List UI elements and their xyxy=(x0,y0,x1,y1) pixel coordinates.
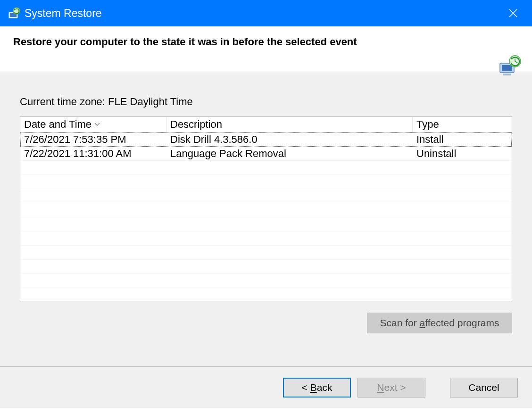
timezone-label: Current time zone: FLE Daylight Time xyxy=(20,96,512,108)
system-restore-icon xyxy=(7,6,21,20)
table-row-empty xyxy=(20,161,512,175)
scan-label-suffix: ffected programs xyxy=(425,317,499,328)
page-heading: Restore your computer to the state it wa… xyxy=(13,36,519,48)
table-row-empty xyxy=(20,274,512,288)
table-row-empty xyxy=(20,288,512,301)
system-restore-large-icon xyxy=(498,55,522,79)
close-button[interactable] xyxy=(501,0,525,26)
cell-date: 7/22/2021 11:31:00 AM xyxy=(20,148,166,160)
table-body: 7/26/2021 7:53:35 PMDisk Drill 4.3.586.0… xyxy=(20,132,512,301)
column-header-type[interactable]: Type xyxy=(413,117,512,132)
table-row-empty xyxy=(20,189,512,203)
cancel-button[interactable]: Cancel xyxy=(450,378,518,397)
wizard-header: Restore your computer to the state it wa… xyxy=(0,26,532,72)
table-row-empty xyxy=(20,175,512,189)
table-row-empty xyxy=(20,217,512,232)
cell-date: 7/26/2021 7:53:35 PM xyxy=(20,133,166,146)
table-row-empty xyxy=(20,232,512,246)
table-row[interactable]: 7/22/2021 11:31:00 AMLanguage Pack Remov… xyxy=(20,147,512,161)
column-header-date[interactable]: Date and Time xyxy=(20,117,166,132)
back-label-suffix: ack xyxy=(317,382,332,393)
column-header-description-label: Description xyxy=(170,118,222,131)
table-row-empty xyxy=(20,260,512,274)
titlebar: System Restore xyxy=(0,0,532,26)
cell-type: Install xyxy=(413,133,512,146)
cancel-label: Cancel xyxy=(468,382,499,393)
column-header-type-label: Type xyxy=(416,118,439,131)
cell-description: Language Pack Removal xyxy=(166,148,413,160)
table-row[interactable]: 7/26/2021 7:53:35 PMDisk Drill 4.3.586.0… xyxy=(20,132,512,147)
back-label-accel: B xyxy=(310,382,317,393)
column-header-date-label: Date and Time xyxy=(24,118,91,131)
wizard-footer: < Back Next > Cancel xyxy=(0,366,532,408)
scan-label-accel: a xyxy=(420,317,425,328)
next-label-accel: N xyxy=(377,382,384,393)
back-label-prefix: < xyxy=(302,382,310,393)
table-header: Date and Time Description Type xyxy=(20,117,512,132)
scan-label-prefix: Scan for xyxy=(380,317,420,328)
restore-points-table: Date and Time Description Type 7/26/2021… xyxy=(20,116,512,301)
next-label-suffix: ext > xyxy=(384,382,406,393)
sort-descending-icon xyxy=(94,117,100,129)
cell-description: Disk Drill 4.3.586.0 xyxy=(166,133,413,146)
scan-affected-programs-button[interactable]: Scan for affected programs xyxy=(367,313,512,333)
cell-type: Uninstall xyxy=(413,148,512,160)
svg-rect-6 xyxy=(502,65,512,71)
table-row-empty xyxy=(20,246,512,260)
wizard-body: Current time zone: FLE Daylight Time Dat… xyxy=(0,72,532,366)
back-button[interactable]: < Back xyxy=(283,378,351,397)
svg-rect-7 xyxy=(503,74,511,75)
window-title: System Restore xyxy=(25,7,501,20)
column-header-description[interactable]: Description xyxy=(166,117,413,132)
table-row-empty xyxy=(20,203,512,217)
next-button[interactable]: Next > xyxy=(357,378,425,397)
scan-button-row: Scan for affected programs xyxy=(20,313,512,333)
